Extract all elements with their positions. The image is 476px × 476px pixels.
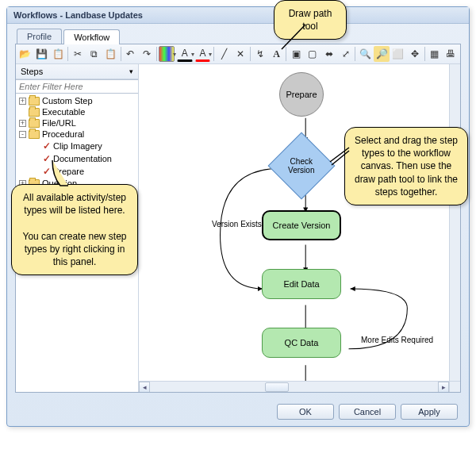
toolbar-separator — [250, 47, 251, 61]
pan-icon[interactable]: ✥ — [407, 46, 423, 62]
redo-icon[interactable]: ↷ — [139, 46, 155, 62]
callout-canvas: Select and drag the step types to the wo… — [344, 127, 468, 205]
undo-icon[interactable]: ↶ — [123, 46, 139, 62]
sidebar-header: Steps ▾ — [16, 64, 138, 79]
folder-icon — [29, 108, 40, 117]
check-icon: ✓ — [43, 140, 51, 152]
tree-item[interactable]: Executable — [16, 106, 138, 117]
tree-item[interactable]: +File/URL — [16, 117, 138, 129]
fit-icon[interactable]: ⤢ — [338, 46, 354, 62]
scrollbar-corner — [449, 381, 460, 392]
scroll-right-icon[interactable]: ▸ — [438, 382, 449, 393]
tree-item[interactable]: ✓Clip Imagery — [16, 140, 138, 152]
tree-item[interactable]: ✓Prepare — [16, 165, 138, 178]
workflow-canvas[interactable]: Prepare Check Version Create Version Edi… — [139, 64, 460, 392]
toolbar: 📂 💾 📋 ✂ ⧉ 📋 ↶ ↷ ▾ A▾ A▾ ╱ ✕ ↯ A ▣ ▢ ⬌ ⤢ — [16, 44, 460, 64]
window-title: Workflows - Landbase Updates — [7, 7, 469, 24]
text-icon[interactable]: A — [269, 46, 285, 62]
folder-icon — [29, 97, 40, 106]
drawpath-icon[interactable]: ↯ — [252, 46, 268, 62]
paste-icon[interactable]: 📋 — [51, 46, 67, 62]
ok-button[interactable]: OK — [277, 404, 334, 420]
line-icon[interactable]: ╱ — [216, 46, 232, 62]
tree-item-label: Documentation — [53, 154, 112, 163]
tree-item[interactable]: ✓Documentation — [16, 152, 138, 165]
node-check-version[interactable]: Check Version — [268, 132, 336, 200]
collapse-icon[interactable]: - — [19, 131, 26, 138]
toolbar-separator — [424, 47, 425, 61]
node-prepare[interactable]: Prepare — [279, 72, 324, 117]
copy-icon[interactable]: ⧉ — [86, 46, 102, 62]
scroll-left-icon[interactable]: ◂ — [139, 382, 150, 393]
tree-item[interactable]: +Custom Step — [16, 95, 138, 106]
tree-item-label: Clip Imagery — [53, 141, 102, 151]
canvas-wrap: Prepare Check Version Create Version Edi… — [139, 64, 460, 392]
tree-item-label: Executable — [42, 107, 85, 117]
open-icon[interactable]: 📂 — [17, 46, 33, 62]
tab-row: Profile Workflow — [7, 24, 469, 44]
send-back-icon[interactable]: ▢ — [305, 46, 321, 62]
edge-label-more-edits: More Edits Required — [361, 336, 433, 344]
bring-front-icon[interactable]: ▣ — [288, 46, 304, 62]
callout-sidebar: All available activity/step types will b… — [11, 184, 138, 275]
apply-button[interactable]: Apply — [401, 404, 458, 420]
tree-item-label: Custom Step — [42, 96, 93, 106]
delete-icon[interactable]: ✕ — [232, 46, 248, 62]
scrollbar-horizontal[interactable]: ◂ ▸ — [139, 381, 449, 392]
print-icon[interactable]: 🖶 — [443, 46, 459, 62]
node-edit-data[interactable]: Edit Data — [262, 269, 341, 299]
paste2-icon[interactable]: 📋 — [103, 46, 119, 62]
zoomout-icon[interactable]: 🔎 — [374, 46, 390, 62]
tree-item-label: Procedural — [42, 129, 84, 139]
tree-item-label: File/URL — [42, 118, 76, 128]
check-icon: ✓ — [43, 166, 51, 177]
toolbar-separator — [121, 47, 121, 61]
toolbar-separator — [67, 47, 68, 61]
toolbar-separator — [355, 47, 355, 61]
tree-item-label: Prepare — [53, 167, 84, 176]
expand-icon[interactable]: + — [19, 98, 26, 105]
node-create-version[interactable]: Create Version — [262, 210, 341, 240]
check-icon: ✓ — [43, 153, 51, 164]
node-qc-data[interactable]: QC Data — [262, 328, 341, 358]
tree-item[interactable]: -Procedural — [16, 129, 138, 140]
folder-icon — [29, 119, 40, 128]
tab-profile[interactable]: Profile — [17, 29, 62, 44]
chevron-down-icon[interactable]: ▾ — [129, 67, 133, 75]
edge-label-version-exists: Version Exists — [212, 220, 262, 228]
toolbar-separator — [213, 47, 214, 61]
toolbar-separator — [286, 47, 286, 61]
cancel-button[interactable]: Cancel — [339, 404, 396, 420]
filter-input[interactable] — [16, 79, 138, 94]
toolbar-separator — [156, 47, 157, 61]
zoomin-icon[interactable]: 🔍 — [357, 46, 373, 62]
sidebar-title: Steps — [21, 67, 43, 76]
scroll-thumb-h[interactable] — [265, 382, 289, 392]
save-icon[interactable]: 💾 — [34, 46, 50, 62]
align-icon[interactable]: ⬌ — [321, 46, 337, 62]
folder-icon — [29, 130, 40, 139]
tab-workflow[interactable]: Workflow — [63, 29, 120, 44]
cut-icon[interactable]: ✂ — [70, 46, 86, 62]
expand-icon[interactable]: + — [19, 120, 26, 127]
callout-drawpath: Draw path tool — [274, 0, 347, 40]
zoomfit-icon[interactable]: ⬜ — [390, 46, 406, 62]
scrollbar-vertical[interactable] — [449, 64, 460, 381]
snapshot-icon[interactable]: ▦ — [426, 46, 442, 62]
button-bar: OK Cancel Apply — [7, 397, 469, 426]
